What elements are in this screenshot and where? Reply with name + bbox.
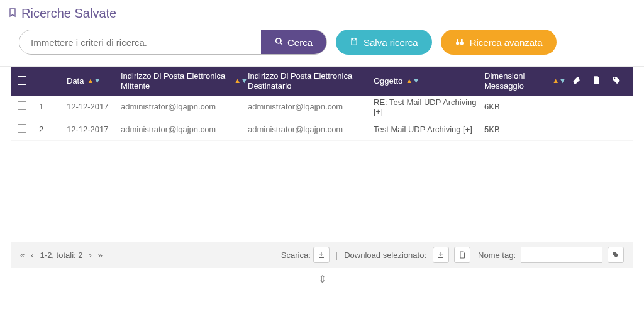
resize-handle[interactable]: ⇕ — [0, 268, 644, 290]
document-icon — [586, 76, 606, 87]
row-checkbox[interactable] — [18, 101, 26, 110]
save-search-button[interactable]: Salva ricerca — [336, 30, 432, 55]
save-search-label: Salva ricerca — [364, 37, 418, 48]
attachment-icon — [566, 76, 586, 87]
search-input[interactable] — [19, 30, 261, 54]
svg-point-7 — [614, 77, 615, 79]
col-size[interactable]: Dimensioni Messaggio ▲▼ — [484, 71, 566, 91]
search-pill: Cerca — [19, 30, 327, 55]
select-all-checkbox[interactable] — [18, 76, 26, 85]
svg-rect-5 — [457, 39, 458, 42]
svg-point-0 — [276, 38, 281, 43]
binoculars-icon — [455, 36, 465, 48]
apply-tag-button[interactable] — [608, 247, 624, 263]
col-to[interactable]: Indirizzo Di Posta Elettronica Destinata… — [248, 71, 374, 91]
pager-first[interactable]: « — [20, 250, 25, 260]
advanced-search-button[interactable]: Ricerca avanzata — [441, 30, 557, 55]
svg-rect-6 — [461, 39, 463, 42]
svg-point-4 — [460, 42, 463, 45]
tag-icon — [606, 76, 626, 87]
col-subject[interactable]: Oggetto ▲▼ — [374, 76, 484, 86]
table-row[interactable]: 2 12-12-2017 administrator@lqajpn.com ad… — [11, 118, 633, 141]
download-selected-button[interactable] — [433, 247, 449, 263]
export-file-button[interactable] — [454, 247, 470, 263]
svg-line-1 — [280, 42, 282, 44]
tag-name-input[interactable] — [521, 247, 602, 263]
search-button[interactable]: Cerca — [261, 30, 326, 54]
download-label: Scarica: — [281, 250, 311, 260]
pager-prev[interactable]: ‹ — [31, 250, 33, 260]
save-icon — [350, 37, 358, 48]
bookmark-icon — [8, 8, 18, 20]
table-row[interactable]: 1 12-12-2017 administrator@lqajpn.com ad… — [11, 96, 633, 118]
search-icon — [275, 37, 284, 48]
advanced-search-label: Ricerca avanzata — [470, 37, 543, 48]
col-date[interactable]: Data ▲▼ — [67, 76, 121, 86]
svg-point-3 — [456, 42, 459, 45]
pager-status: 1-2, totali: 2 — [40, 250, 83, 260]
row-checkbox[interactable] — [18, 124, 26, 133]
download-button[interactable] — [313, 247, 330, 263]
search-button-label: Cerca — [287, 37, 313, 48]
tag-name-label: Nome tag: — [478, 250, 516, 260]
download-selected-label: Download selezionato: — [344, 250, 426, 260]
page-title: Ricerche Salvate — [21, 6, 116, 21]
pager-next[interactable]: › — [89, 250, 92, 260]
pager-last[interactable]: » — [98, 250, 103, 260]
col-from[interactable]: Indirizzo Di Posta Elettronica Mittente … — [121, 71, 248, 91]
table-header: Data ▲▼ Indirizzo Di Posta Elettronica M… — [11, 67, 633, 96]
svg-rect-2 — [353, 38, 356, 40]
footer-bar: « ‹ 1-2, totali: 2 › » Scarica: | Downlo… — [11, 242, 633, 268]
